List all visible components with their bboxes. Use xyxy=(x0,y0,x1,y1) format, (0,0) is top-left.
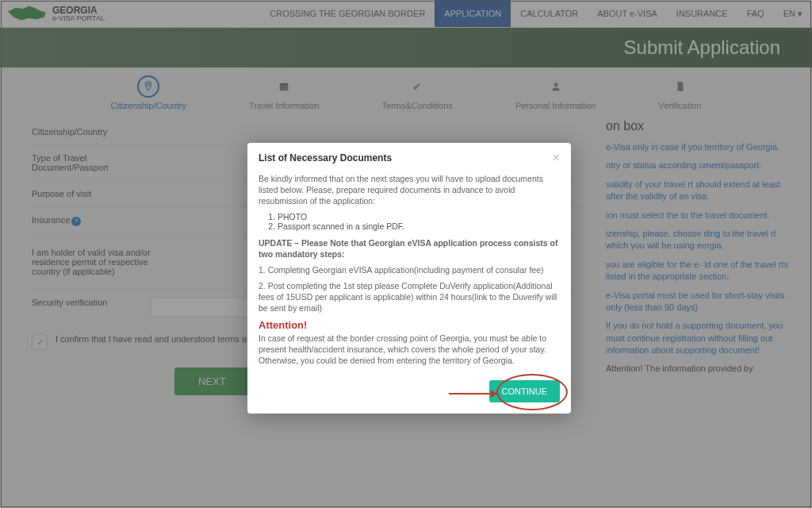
attention-body: In case of request at the border crossin… xyxy=(259,333,560,367)
doc-photo: PHOTO xyxy=(278,212,560,221)
update-note: UPDATE – Please Note that Georgian eVISA… xyxy=(259,237,560,260)
attention-title: Attention! xyxy=(259,319,560,331)
update-step2: 2. Post completing the 1st step please C… xyxy=(259,280,560,314)
modal-title: List of Necessary Documents xyxy=(259,152,392,164)
doc-passport: Passport scanned in a single PDF. xyxy=(278,221,560,231)
annotation-arrow xyxy=(449,393,496,394)
close-icon[interactable]: × xyxy=(553,151,560,165)
update-step1: 1. Completing Georgian eVISA application… xyxy=(259,264,560,275)
modal-intro: Be kindly informed that on the next stag… xyxy=(259,173,560,207)
continue-button[interactable]: CONTINUE xyxy=(489,380,560,402)
documents-modal: List of Necessary Documents × Be kindly … xyxy=(247,143,571,414)
